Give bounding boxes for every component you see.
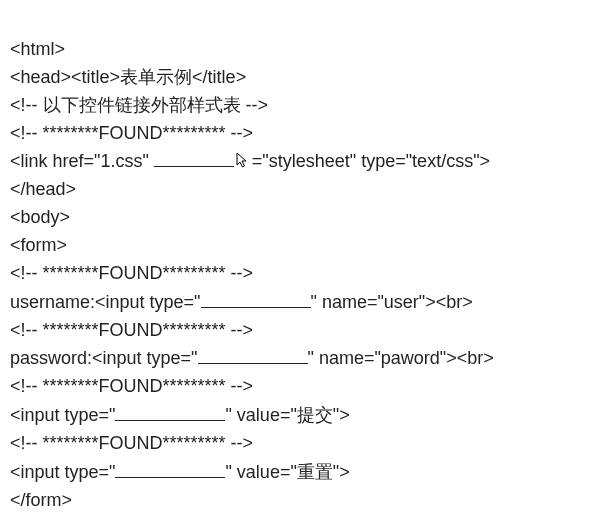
line: username:<input type="" name="user"><br> xyxy=(10,292,473,312)
line: </form> xyxy=(10,490,72,510)
line: </head> xyxy=(10,179,76,199)
line: <form> xyxy=(10,235,67,255)
line: <body> xyxy=(10,207,70,227)
line: <link href="1.css" ="stylesheet" type="t… xyxy=(10,151,490,171)
blank-username-type[interactable] xyxy=(201,288,311,308)
blank-reset-type[interactable] xyxy=(115,458,225,478)
blank-link-attr[interactable] xyxy=(154,147,234,167)
blank-password-type[interactable] xyxy=(198,344,308,364)
cursor-icon xyxy=(236,152,250,170)
line: <!-- 以下控件链接外部样式表 --> xyxy=(10,95,268,115)
blank-submit-type[interactable] xyxy=(115,401,225,421)
line: <head><title>表单示例</title> xyxy=(10,67,246,87)
line: <!-- ********FOUND********* --> xyxy=(10,320,253,340)
line: <input type="" value="重置"> xyxy=(10,462,350,482)
code-block: <html> <head><title>表单示例</title> <!-- 以下… xyxy=(10,8,598,520)
line: <!-- ********FOUND********* --> xyxy=(10,376,253,396)
line: password:<input type="" name="paword"><b… xyxy=(10,348,494,368)
line: <!-- ********FOUND********* --> xyxy=(10,433,253,453)
line: <input type="" value="提交"> xyxy=(10,405,350,425)
line: <html> xyxy=(10,39,65,59)
line: <!-- ********FOUND********* --> xyxy=(10,263,253,283)
line: <!-- ********FOUND********* --> xyxy=(10,123,253,143)
